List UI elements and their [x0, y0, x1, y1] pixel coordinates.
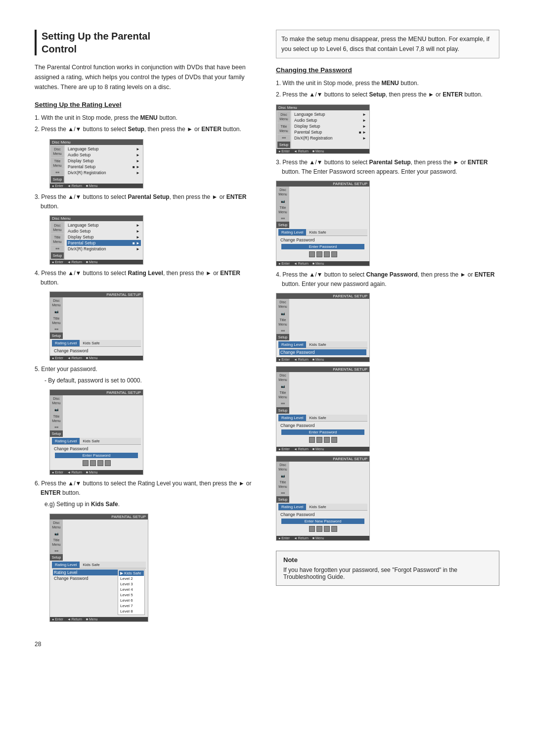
- rcp2-box1: [309, 437, 315, 443]
- rcp2-change-pw: Change Password: [279, 423, 366, 428]
- rp1-box1: [309, 251, 315, 257]
- rcp2-tab-rating: Rating Level: [278, 415, 306, 421]
- rcp1-setup: Setup: [276, 334, 289, 340]
- rcp3-pw-boxes: [279, 526, 366, 532]
- menu-sidebar-1: DiscMenu TitleMenu ≡≡ Setup Language Set…: [50, 145, 143, 184]
- rcp1-header: PARENTAL SETUP: [276, 293, 369, 299]
- sidebar-icons-2: DiscMenu TitleMenu ≡≡ Setup: [50, 221, 65, 260]
- menu-row-parental: Parental Setup■ ►: [67, 164, 141, 170]
- menu-items-1: Language Setup► Audio Setup► Display Set…: [65, 145, 143, 184]
- rcp3-box1: [309, 526, 315, 532]
- rcp2-box2: [316, 437, 322, 443]
- tab-rating-level: Rating Level: [52, 340, 80, 346]
- parental-header-1: PARENTAL SETUP: [50, 292, 143, 297]
- menu-row-divx-2: DivX(R) Registration►: [67, 246, 141, 252]
- parental-sidebar-2: DiscMenu 📷 TitleMenu ≡≡ Setup Rating Lev…: [50, 395, 143, 470]
- parental-rows-1: Change Password: [52, 347, 141, 355]
- rcp2-pw-boxes: [279, 437, 366, 443]
- rcp3-rows: Change Password Enter New Password: [278, 511, 367, 535]
- rcp2-box4: [331, 437, 337, 443]
- rp1-func: ≡≡: [276, 215, 289, 222]
- rcp1-disc: DiscMenu: [276, 299, 289, 310]
- right-sidebar-icons-1: DiscMenu TitleMenu ≡≡ Setup: [276, 110, 291, 149]
- rcp2-box3: [324, 437, 330, 443]
- right-step-1: 1. With the unit in Stop mode, press the…: [276, 79, 499, 88]
- icon-setup-active-2: Setup: [51, 252, 64, 259]
- rcp2-disc: DiscMenu: [276, 372, 289, 383]
- parental-screenshot-3: PARENTAL SETUP DiscMenu 📷 TitleMenu ≡≡ S…: [49, 514, 148, 622]
- right-section-title: Changing the Password: [276, 66, 499, 74]
- step-3: 3. Press the ▲/▼ buttons to select Paren…: [35, 192, 258, 211]
- rcp1-tabs: Rating Level Kids Safe: [278, 341, 367, 348]
- p3-icon-setup: Setup: [50, 554, 63, 561]
- pwd-box-3: [97, 460, 103, 466]
- p2-icon-title: TitleMenu: [50, 413, 63, 424]
- rating-level4: Level 4: [119, 587, 144, 592]
- rp1-tab-kids: Kids Safe: [306, 229, 329, 236]
- left-section-title: Setting Up the Rating Level: [35, 101, 258, 108]
- tab-kids-3: Kids Safe: [80, 562, 102, 568]
- rp1-disc: DiscMenu: [276, 187, 289, 197]
- parental-tabs-3: Rating Level Kids Safe: [52, 562, 146, 568]
- menu-row-language-2: Language Setup►: [67, 222, 141, 228]
- rp1-pw-label: Enter Password: [281, 244, 364, 249]
- rcp1-footer: ● Enter◄ Return■ Menu: [276, 357, 369, 362]
- parental-rows-2: Change Password Enter Password: [52, 445, 141, 469]
- rcp1-photo: 📷: [276, 310, 289, 317]
- rp1-rows: Change Password Enter Password: [278, 236, 367, 260]
- p2-icon-photo: 📷: [50, 406, 63, 413]
- rating-level7: Level 7: [119, 603, 144, 609]
- rcp3-header: PARENTAL SETUP: [276, 456, 369, 462]
- menu-row-display: Display Setup►: [67, 158, 141, 164]
- rp1-box3: [324, 251, 330, 257]
- parental-sidebar-1: DiscMenu 📷 TitleMenu ≡≡ Setup Rating Lev…: [50, 297, 143, 356]
- rcp1-change-pw-highlighted: Change Password: [279, 349, 366, 355]
- parental-header-2: PARENTAL SETUP: [50, 390, 143, 395]
- rp1-box2: [316, 251, 322, 257]
- menu-screenshot-2: Disc Menu DiscMenu TitleMenu ≡≡ Setup La…: [49, 215, 143, 265]
- rating-level8: Level 8: [119, 609, 144, 614]
- rcp3-box3: [324, 526, 330, 532]
- rcp1-icons: DiscMenu 📷 TitleMenu ≡≡ Setup: [276, 299, 369, 340]
- right-menu-sidebar-1: DiscMenu TitleMenu ≡≡ Setup Language Set…: [276, 110, 369, 149]
- p1-icon-title2: TitleMenu: [50, 315, 63, 326]
- parental-icons-2: DiscMenu 📷 TitleMenu ≡≡ Setup: [50, 395, 143, 437]
- menu-row-language: Language Setup►: [67, 146, 141, 152]
- rcp2-footer: ● Enter◄ Return■ Menu: [276, 447, 369, 451]
- r1-row-divx: DivX(R) Registration►: [293, 135, 367, 141]
- rcp3-setup: Setup: [276, 496, 289, 503]
- r1-row-parental: Parental Setup■ ►: [293, 129, 367, 135]
- r1-icon-disc: DiscMenu: [277, 111, 290, 122]
- rating-level2: Level 2: [119, 576, 144, 581]
- r1-row-language: Language Setup►: [293, 111, 367, 117]
- step-1: 1. With the unit in Stop mode, press the…: [35, 113, 258, 123]
- rcp2-content: Rating Level Kids Safe Change Password E…: [276, 414, 369, 447]
- parental-icons-3: DiscMenu 📷 TitleMenu ≡≡ Setup: [50, 520, 148, 561]
- rcp3-photo: 📷: [276, 472, 289, 479]
- rp1-title: TitleMenu: [276, 204, 289, 215]
- rp1-tab-rating: Rating Level: [278, 229, 306, 236]
- password-boxes: [53, 460, 140, 466]
- rating-dropdown: ▶ Kids Safe Level 2 Level 3 Level 4 Leve…: [118, 569, 145, 615]
- rcp1-tab-kids: Kids Safe: [306, 341, 329, 348]
- rcp3-box2: [316, 526, 322, 532]
- menu-row-divx: DivX(R) Registration►: [67, 170, 141, 176]
- parental-main-col: Rating Level Change Password: [53, 569, 118, 615]
- right-change-pw-2: PARENTAL SETUP DiscMenu 📷 TitleMenu ≡≡ S…: [276, 366, 370, 452]
- rating-kids-safe: ▶ Kids Safe: [119, 570, 144, 576]
- rcp3-pw-label: Enter New Password: [281, 519, 364, 524]
- p3-icon-func: ≡≡: [50, 548, 63, 554]
- right-step-2: 2. Press the ▲/▼ buttons to select Setup…: [276, 90, 499, 99]
- steps-1-2: 1. With the unit in Stop mode, press the…: [35, 113, 258, 134]
- parental-header-3: PARENTAL SETUP: [50, 514, 148, 520]
- pwd-box-4: [105, 460, 111, 466]
- rcp3-tab-kids: Kids Safe: [306, 504, 329, 510]
- rcp2-tab-kids: Kids Safe: [306, 415, 329, 421]
- rcp3-sidebar: DiscMenu 📷 TitleMenu ≡≡ Setup Rating Lev…: [276, 462, 369, 536]
- left-column: Setting Up the Parental Control The Pare…: [35, 30, 258, 626]
- p1-icon-func: ≡≡: [50, 326, 63, 332]
- step-5: 5. Enter your password.: [35, 365, 258, 374]
- tab-rating-2: Rating Level: [52, 438, 80, 444]
- p1-icon-setup: Setup: [50, 332, 63, 339]
- menu-row-audio: Audio Setup►: [67, 152, 141, 158]
